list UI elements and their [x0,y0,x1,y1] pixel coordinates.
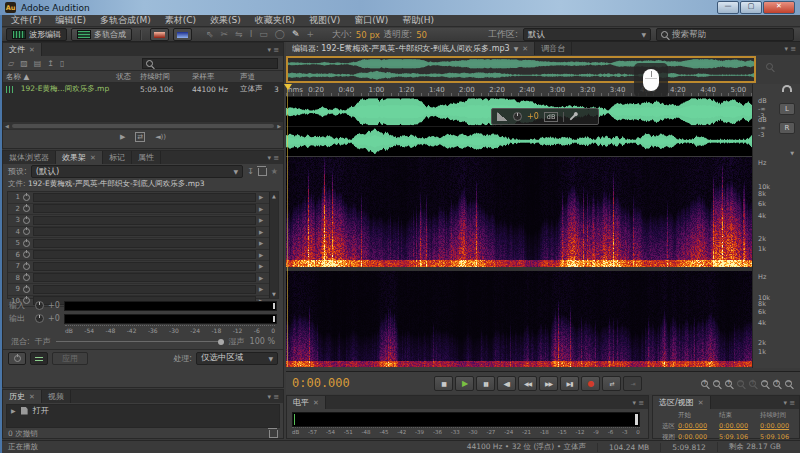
chevron-down-icon[interactable]: ▼ [790,150,794,156]
value-start[interactable]: 0:00.000 [678,422,719,431]
rack-meters-toggle[interactable] [30,352,48,365]
close-icon[interactable]: ✕ [313,399,319,407]
loop-playback-icon[interactable]: ⇄ [135,132,145,142]
panel-menu-icon[interactable]: ▾ ≡ [779,396,799,409]
mix-slider[interactable] [56,341,224,342]
column-header-5[interactable]: 声道 [237,72,271,82]
slot-arrow-icon[interactable]: ▶ [259,263,267,269]
column-header-4[interactable]: 采样率 [189,72,237,82]
tab-selection-view[interactable]: 选区/视图✕ [653,396,711,409]
zoom-full-button[interactable] [785,380,792,387]
navigator-zoom-icon[interactable] [766,63,773,70]
effect-slot-row[interactable]: 5▶ [8,238,269,250]
input-gain-knob[interactable] [35,301,44,310]
close-button[interactable]: ✕ [763,1,795,14]
extract-audio-icon[interactable]: ▤ [34,59,42,68]
power-icon[interactable] [23,205,30,212]
effect-slot[interactable] [33,216,256,225]
effect-slot[interactable] [33,193,256,202]
output-gain-knob[interactable] [35,314,44,323]
tab-files[interactable]: 文件✕ [3,43,42,56]
menu-item-8[interactable]: 窗口(W) [347,14,395,27]
play-skip-button[interactable]: ⇥ [623,376,642,391]
close-icon[interactable]: ✕ [90,154,96,162]
trash-icon[interactable] [269,430,278,438]
menu-item-9[interactable]: 帮助(H) [395,14,441,27]
channel-button-r[interactable]: R [779,122,795,134]
lasso-selection-tool-icon[interactable]: ◯ [275,29,285,40]
close-icon[interactable]: ✕ [29,46,35,54]
power-icon[interactable] [23,274,30,281]
effect-slot[interactable] [33,262,256,271]
pause-button[interactable]: ▮▮ [476,376,495,391]
menu-item-3[interactable]: 多轨合成(M) [93,14,158,27]
spectrogram-right-channel[interactable] [286,271,752,367]
effect-slot-row[interactable]: 1▶ [8,192,269,204]
column-header-2[interactable]: 状态 [113,72,137,82]
open-file-icon[interactable]: ▱ [8,59,14,68]
insert-multitrack-icon[interactable]: ↥ [47,59,54,68]
tab-mixer[interactable]: 调音台 [535,42,572,55]
effect-slot-row[interactable]: 7▶ [8,261,269,273]
workspace-select[interactable]: 默认▼ [523,28,651,41]
fast-forward-button[interactable]: ▶▶ [539,376,558,391]
power-icon[interactable] [23,286,30,293]
multitrack-button[interactable]: 多轨合成 [71,28,132,41]
panel-menu-icon[interactable]: ▾ ≡ [263,390,283,403]
power-icon[interactable] [23,217,30,224]
tab-effects-rack[interactable]: 效果架✕ [56,151,103,164]
trash-icon[interactable]: ▯ [60,59,64,68]
apply-button[interactable]: 应用 [52,352,88,365]
power-icon[interactable] [23,240,30,247]
tab-history[interactable]: 历史✕ [3,390,42,403]
preview-play-icon[interactable]: ▶ [120,133,125,141]
power-icon[interactable] [23,228,30,235]
power-icon[interactable] [23,194,30,201]
slot-arrow-icon[interactable]: ▶ [259,240,267,246]
close-icon[interactable]: ✕ [29,393,35,401]
channel-button-l[interactable]: L [779,103,795,115]
effect-slot[interactable] [33,239,256,248]
import-file-icon[interactable]: ▨ [20,59,28,68]
favorite-star-icon[interactable]: ★ [271,167,278,176]
close-icon[interactable]: ✕ [698,399,704,407]
slot-arrow-icon[interactable]: ▶ [259,217,267,223]
tab-video[interactable]: 视频 [42,390,71,403]
zoom-selection-button[interactable] [725,380,732,387]
spectral-view-button[interactable] [173,28,192,41]
effect-slot[interactable] [33,227,256,236]
slip-tool-icon[interactable]: ⇋ [235,29,243,40]
column-header-3[interactable]: 持续时间 [137,72,189,82]
zoom-navigator[interactable] [286,56,756,83]
zoom-in-amplitude-button[interactable] [761,380,768,387]
zoom-in-time-button[interactable] [701,380,708,387]
skip-back-button[interactable]: ◀▮ [497,376,516,391]
pin-icon[interactable] [570,113,577,120]
menu-item-5[interactable]: 效果(S) [203,14,248,27]
fade-icon[interactable] [497,112,508,121]
menu-item-7[interactable]: 视图(V) [302,14,347,27]
panel-menu-icon[interactable]: ▾ ≡ [263,151,283,164]
slot-arrow-icon[interactable]: ▶ [259,206,267,212]
slot-arrow-icon[interactable]: ▶ [259,194,267,200]
gain-knob[interactable] [513,112,522,121]
zoom-selection-left-button[interactable] [737,380,744,387]
slot-arrow-icon[interactable]: ▶ [259,275,267,281]
playhead-flag[interactable] [284,84,292,90]
menu-item-1[interactable]: 文件(F) [4,14,48,27]
value-duration[interactable]: 0:00.000 [760,422,800,431]
effect-slot-row[interactable]: 9▶ [8,284,269,296]
menu-item-6[interactable]: 收藏夹(R) [248,14,302,27]
vertical-scrollbar[interactable]: ▲▼ [269,192,278,298]
effect-slot[interactable] [33,273,256,282]
effect-slot-row[interactable]: 8▶ [8,273,269,285]
auto-play-icon[interactable]: ◄)) [155,133,166,141]
files-search-input[interactable] [142,58,278,69]
hud-gain-value[interactable]: +0 [527,112,539,121]
effect-slot-row[interactable]: 2▶ [8,204,269,216]
menu-item-2[interactable]: 编辑(E) [48,14,93,27]
effect-slot[interactable] [33,285,256,294]
time-display[interactable]: 0:00.000 [292,376,378,390]
menu-item-4[interactable]: 素材(C) [158,14,203,27]
tab-media-browser[interactable]: 媒体浏览器 [3,151,56,164]
